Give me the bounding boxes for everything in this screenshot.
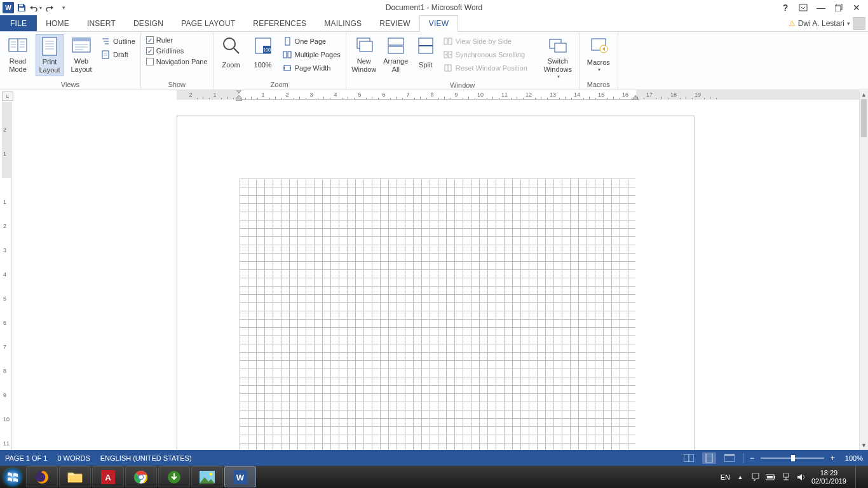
ruler-checkbox[interactable]: ✓ Ruler bbox=[145, 36, 209, 44]
multiple-pages-button[interactable]: Multiple Pages bbox=[281, 49, 342, 60]
split-button[interactable]: Split bbox=[414, 34, 438, 75]
tray-date: 02/01/2019 bbox=[811, 477, 846, 485]
gridlines-checkbox[interactable]: ✓ Gridlines bbox=[145, 46, 209, 55]
save-button[interactable] bbox=[15, 1, 28, 14]
chevron-down-icon[interactable]: ▾ bbox=[39, 5, 42, 11]
print-layout-view-button[interactable] bbox=[702, 452, 716, 464]
tray-clock[interactable]: 18:29 02/01/2019 bbox=[811, 469, 846, 485]
scroll-down-button[interactable]: ▼ bbox=[860, 441, 868, 450]
web-layout-view-button[interactable] bbox=[722, 452, 736, 464]
taskbar-photo-viewer[interactable] bbox=[191, 466, 223, 487]
group-zoom: Zoom 100 100% One Page Multiple Pages Pa… bbox=[214, 32, 346, 90]
nav-pane-checkbox[interactable]: Navigation Pane bbox=[145, 57, 209, 66]
tab-view[interactable]: VIEW bbox=[419, 15, 458, 32]
outline-button[interactable]: Outline bbox=[99, 36, 137, 47]
redo-button[interactable] bbox=[43, 1, 56, 14]
page-width-icon bbox=[282, 63, 292, 73]
user-account[interactable]: ⚠ Dwi A. Lestari ▾ bbox=[789, 15, 865, 31]
view-side-by-side-button: View Side by Side bbox=[442, 36, 537, 47]
hundred-percent-button[interactable]: 100 100% bbox=[249, 34, 277, 75]
page-width-button[interactable]: Page Width bbox=[281, 62, 342, 74]
first-line-indent-marker[interactable] bbox=[236, 90, 242, 93]
taskbar-firefox[interactable] bbox=[26, 466, 58, 487]
zoom-slider[interactable] bbox=[761, 458, 824, 459]
arrange-all-button[interactable]: Arrange All bbox=[382, 34, 410, 75]
draft-button[interactable]: Draft bbox=[99, 49, 137, 60]
macros-label: Macros bbox=[587, 58, 610, 67]
tab-references[interactable]: REFERENCES bbox=[244, 15, 315, 31]
one-page-button[interactable]: One Page bbox=[281, 36, 342, 47]
hundred-percent-icon: 100 bbox=[253, 36, 273, 56]
start-button[interactable] bbox=[0, 466, 25, 488]
tray-network-icon[interactable] bbox=[781, 472, 791, 482]
tray-battery-icon[interactable] bbox=[766, 472, 776, 482]
minimize-button[interactable]: — bbox=[815, 1, 827, 14]
status-language[interactable]: ENGLISH (UNITED STATES) bbox=[100, 454, 192, 462]
tab-review[interactable]: REVIEW bbox=[370, 15, 419, 31]
draft-icon bbox=[100, 50, 111, 60]
print-layout-button[interactable]: Print Layout bbox=[36, 34, 64, 76]
svg-rect-41 bbox=[388, 46, 403, 53]
tab-page-layout[interactable]: PAGE LAYOUT bbox=[172, 15, 244, 31]
switch-windows-label: Switch Windows bbox=[542, 57, 574, 74]
read-mode-icon bbox=[684, 454, 694, 462]
restore-button[interactable] bbox=[832, 1, 845, 14]
title-bar: W ▾ ▾ Document1 - Microsoft Word ? — ✕ bbox=[0, 0, 868, 15]
help-button[interactable]: ? bbox=[779, 1, 792, 14]
undo-button[interactable]: ▾ bbox=[29, 1, 42, 14]
status-page[interactable]: PAGE 1 OF 1 bbox=[5, 454, 47, 462]
tray-volume-icon[interactable] bbox=[796, 472, 806, 482]
scroll-thumb[interactable] bbox=[861, 99, 867, 137]
zoom-button[interactable]: Zoom bbox=[217, 34, 245, 75]
web-layout-button[interactable]: Web Layout bbox=[67, 34, 95, 75]
read-mode-view-button[interactable] bbox=[682, 452, 696, 464]
undo-icon bbox=[29, 4, 38, 11]
vertical-ruler[interactable]: 211234567891011 bbox=[2, 102, 11, 450]
taskbar-word[interactable]: W bbox=[224, 466, 256, 487]
vertical-scrollbar[interactable]: ▲ ▼ bbox=[859, 90, 868, 450]
macros-button[interactable]: Macros▾ bbox=[583, 34, 614, 75]
zoom-level[interactable]: 100% bbox=[841, 454, 863, 462]
taskbar-chrome[interactable] bbox=[125, 466, 157, 487]
new-window-button[interactable]: New Window bbox=[350, 34, 378, 75]
switch-windows-button[interactable]: Switch Windows▾ bbox=[541, 34, 575, 81]
tab-design[interactable]: DESIGN bbox=[125, 15, 172, 31]
tab-home[interactable]: HOME bbox=[37, 15, 78, 31]
document-area: 211234567891011 bbox=[0, 102, 859, 450]
group-macros: Macros▾ Macros bbox=[580, 32, 618, 90]
horizontal-ruler[interactable]: 2112345678910111213141516171819 bbox=[177, 90, 855, 100]
zoom-slider-thumb[interactable] bbox=[791, 455, 795, 461]
qat-customize-button[interactable]: ▾ bbox=[57, 1, 70, 14]
zoom-in-button[interactable]: + bbox=[831, 454, 835, 463]
status-words[interactable]: 0 WORDS bbox=[57, 454, 90, 462]
avatar[interactable] bbox=[853, 17, 865, 30]
scroll-up-button[interactable]: ▲ bbox=[860, 90, 868, 99]
idm-icon bbox=[166, 470, 182, 484]
document-page[interactable] bbox=[177, 116, 695, 450]
tray-action-center-icon[interactable] bbox=[750, 472, 761, 482]
tab-mailings[interactable]: MAILINGS bbox=[315, 15, 370, 31]
show-hidden-icons-button[interactable]: ▲ bbox=[735, 472, 745, 482]
firefox-icon bbox=[34, 470, 50, 485]
svg-rect-39 bbox=[360, 41, 372, 51]
tab-selector[interactable]: L bbox=[2, 92, 13, 101]
chevron-down-icon[interactable]: ▾ bbox=[847, 20, 850, 27]
taskbar-file-explorer[interactable] bbox=[59, 466, 91, 487]
tab-insert[interactable]: INSERT bbox=[78, 15, 125, 31]
tab-file[interactable]: FILE bbox=[0, 15, 37, 31]
ribbon-display-options-button[interactable] bbox=[797, 1, 810, 14]
hanging-indent-marker[interactable] bbox=[236, 95, 242, 101]
redo-icon bbox=[45, 4, 54, 11]
tray-language[interactable]: EN bbox=[721, 473, 730, 481]
windows-start-icon bbox=[3, 468, 22, 487]
taskbar-idm[interactable] bbox=[158, 466, 190, 487]
split-icon bbox=[416, 36, 436, 56]
read-mode-button[interactable]: Read Mode bbox=[4, 34, 32, 75]
group-macros-label: Macros bbox=[583, 81, 614, 90]
taskbar-adobe-reader[interactable]: A bbox=[92, 466, 124, 487]
checkbox-icon: ✓ bbox=[146, 47, 154, 55]
show-desktop-button[interactable] bbox=[855, 466, 862, 488]
svg-rect-19 bbox=[72, 38, 90, 41]
zoom-out-button[interactable]: − bbox=[750, 454, 754, 463]
close-button[interactable]: ✕ bbox=[850, 1, 863, 14]
